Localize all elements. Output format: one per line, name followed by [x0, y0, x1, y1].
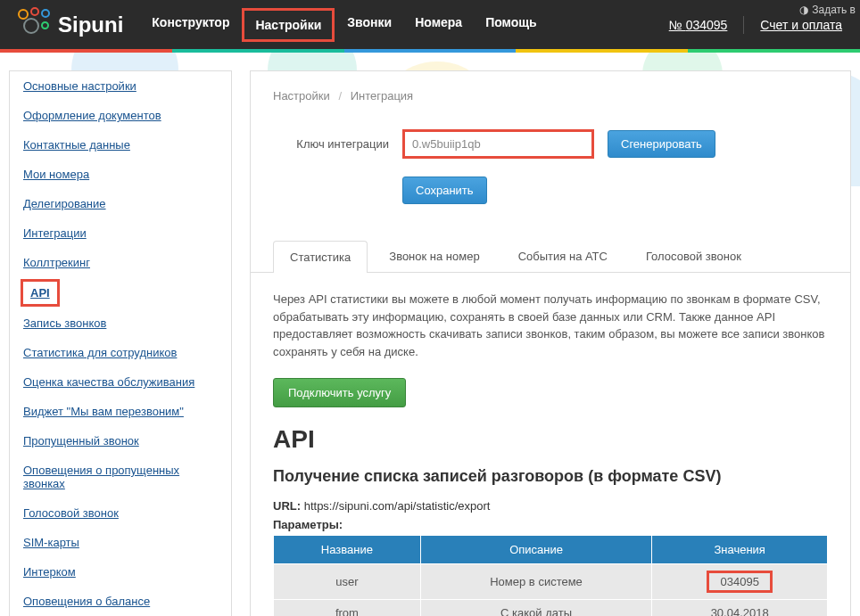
breadcrumb-sep: /	[338, 89, 342, 103]
sidebar-item-5[interactable]: Интеграции	[10, 218, 231, 248]
params-table: НазваниеОписаниеЗначения userНомер в сис…	[273, 535, 828, 616]
ask-question-button[interactable]: ◑ Задать в	[799, 4, 856, 16]
nav-item-звонки[interactable]: Звонки	[336, 8, 402, 42]
account-number-link[interactable]: № 034095	[669, 18, 728, 32]
nav-item-настройки[interactable]: Настройки	[242, 8, 335, 42]
sidebar: Основные настройкиОформление документовК…	[9, 70, 232, 616]
sidebar-item-6[interactable]: Коллтрекинг	[10, 248, 231, 277]
api-subheading: Получение списка записей разговоров (в ф…	[273, 467, 828, 486]
sidebar-item-9[interactable]: Статистика для сотрудников	[10, 338, 231, 367]
help-icon: ◑	[799, 4, 808, 16]
sidebar-item-3[interactable]: Мои номера	[10, 160, 231, 189]
api-heading: API	[273, 425, 828, 454]
breadcrumb: Настройки / Интеграция	[251, 71, 850, 120]
header-right: № 034095 Счет и оплата	[669, 16, 842, 34]
sidebar-item-8[interactable]: Запись звонков	[10, 308, 231, 338]
sidebar-item-0[interactable]: Основные настройки	[10, 71, 231, 101]
sidebar-item-12[interactable]: Пропущенный звонок	[10, 426, 231, 456]
sidebar-item-4[interactable]: Делегирование	[10, 189, 231, 218]
table-row: fromС какой даты30.04.2018	[274, 600, 828, 617]
color-accent-bar	[0, 49, 860, 53]
nav-item-помощь[interactable]: Помощь	[475, 8, 548, 42]
save-button[interactable]: Сохранить	[402, 177, 487, 204]
table-header: Название	[274, 536, 421, 564]
key-label: Ключ интеграции	[273, 137, 389, 151]
sidebar-item-15[interactable]: SIM-карты	[10, 528, 231, 557]
nav-item-конструктор[interactable]: Конструктор	[141, 8, 240, 42]
url-value: https://sipuni.com/api/statistic/export	[304, 499, 491, 513]
save-row: Сохранить	[251, 168, 850, 222]
table-header: Описание	[420, 536, 652, 564]
sidebar-item-17[interactable]: Оповещения о балансе	[10, 587, 231, 616]
table-header: Значения	[652, 536, 828, 564]
connect-service-button[interactable]: Подключить услугу	[273, 378, 406, 407]
page-container: Основные настройкиОформление документовК…	[0, 53, 860, 616]
tab-0[interactable]: Статистика	[273, 241, 368, 273]
tab-2[interactable]: События на АТС	[501, 240, 624, 272]
tabs: СтатистикаЗвонок на номерСобытия на АТСГ…	[251, 240, 850, 273]
integration-key-input[interactable]	[402, 129, 594, 159]
api-url-line: URL: https://sipuni.com/api/statistic/ex…	[273, 499, 828, 513]
tab-3[interactable]: Голосовой звонок	[629, 240, 758, 272]
table-row: userНомер в системе034095	[274, 564, 828, 600]
breadcrumb-part: Интеграция	[351, 89, 414, 103]
ask-question-label: Задать в	[812, 4, 856, 16]
breadcrumb-part[interactable]: Настройки	[273, 89, 330, 103]
sidebar-item-11[interactable]: Виджет "Мы вам перезвоним"	[10, 397, 231, 426]
params-label: Параметры:	[273, 518, 828, 531]
logo-text: Sipuni	[58, 12, 123, 37]
main-nav: КонструкторНастройкиЗвонкиНомераПомощь	[141, 8, 547, 42]
sidebar-item-1[interactable]: Оформление документов	[10, 101, 231, 130]
tab-1[interactable]: Звонок на номер	[372, 240, 496, 272]
integration-key-row: Ключ интеграции Сгенерировать	[251, 120, 850, 168]
sidebar-item-16[interactable]: Интерком	[10, 557, 231, 587]
main-content: Настройки / Интеграция Ключ интеграции С…	[250, 70, 851, 616]
billing-link[interactable]: Счет и оплата	[760, 18, 842, 32]
sidebar-item-7[interactable]: API	[21, 279, 60, 307]
header-bar: ◑ Задать в Sipuni КонструкторНастройкиЗв…	[0, 0, 860, 49]
sidebar-item-14[interactable]: Голосовой звонок	[10, 498, 231, 528]
url-label: URL:	[273, 499, 301, 513]
logo-icon	[18, 7, 54, 43]
divider	[743, 16, 744, 34]
api-description: Через API статистики вы можете в любой м…	[273, 291, 828, 360]
generate-button[interactable]: Сгенерировать	[608, 130, 715, 158]
sidebar-item-2[interactable]: Контактные данные	[10, 130, 231, 160]
sidebar-item-10[interactable]: Оценка качества обслуживания	[10, 367, 231, 397]
logo[interactable]: Sipuni	[18, 7, 123, 43]
nav-item-номера[interactable]: Номера	[404, 8, 473, 42]
sidebar-item-13[interactable]: Оповещения о пропущенных звонках	[10, 456, 231, 498]
tab-content: Через API статистики вы можете в любой м…	[251, 273, 850, 616]
